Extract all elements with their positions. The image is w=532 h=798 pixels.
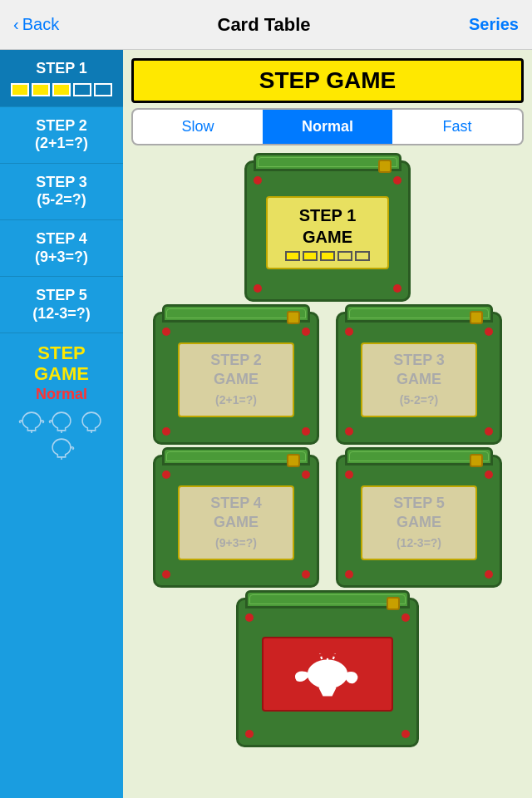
progress-cell-5 xyxy=(94,83,112,96)
gem3-br xyxy=(485,427,493,436)
progress-cell-4 xyxy=(73,83,91,96)
step5-card-label: STEP 5GAME(12-3=?) xyxy=(361,485,477,560)
lamp-white-icon xyxy=(290,645,365,703)
gem4-tl xyxy=(162,470,170,479)
svg-line-6 xyxy=(320,653,322,659)
series-button[interactable]: Series xyxy=(469,15,519,34)
lamp-gem-bl xyxy=(245,730,254,738)
step1-card-label: STEP 1GAME xyxy=(266,196,389,269)
gem5-bl xyxy=(345,570,353,579)
progress-cell-1 xyxy=(11,83,29,96)
app-header: ‹ Back Card Table Series xyxy=(0,0,532,50)
step3-card-label: STEP 3GAME(5-2=?) xyxy=(361,342,477,417)
progress-cell-3 xyxy=(52,83,71,96)
card-clasp-2 xyxy=(287,311,300,324)
lamp-card-lid xyxy=(245,590,410,608)
lamp-card-clasp xyxy=(387,597,400,610)
mini-cell-2 xyxy=(303,251,318,261)
card-clasp xyxy=(378,160,392,173)
gem-tl xyxy=(254,176,262,185)
step2-game-card[interactable]: STEP 2GAME(2+1=?) xyxy=(153,312,319,445)
gem3-tr xyxy=(485,328,493,336)
gem-bl xyxy=(254,284,262,293)
back-button[interactable]: ‹ Back xyxy=(13,15,59,34)
row-step2-step3: STEP 2GAME(2+1=?) STEP 3GAME(5-2=?) xyxy=(153,312,502,445)
step1-progress xyxy=(7,83,116,96)
main-layout: STEP 1 STEP 2 (2+1=?) STEP 3 (5-2=?) STE… xyxy=(0,50,532,798)
gem5-tl xyxy=(345,470,353,479)
speed-toggle: Slow Normal Fast xyxy=(131,108,524,145)
progress-cell-2 xyxy=(32,83,50,96)
page-title: Card Table xyxy=(218,14,311,36)
mini-cell-3 xyxy=(320,251,335,261)
step4-card-label: STEP 4GAME(9+3=?) xyxy=(178,485,294,560)
step1-label: STEP 1 xyxy=(7,60,116,78)
sidebar-item-step5[interactable]: STEP 5 (12-3=?) xyxy=(0,277,123,333)
lamp-chest-card[interactable] xyxy=(236,598,419,747)
svg-line-7 xyxy=(333,653,335,659)
step-game-label: STEPGAME xyxy=(7,343,116,383)
step4-game-card[interactable]: STEP 4GAME(9+3=?) xyxy=(153,455,319,588)
sidebar-item-step3[interactable]: STEP 3 (5-2=?) xyxy=(0,164,123,220)
mini-cell-5 xyxy=(355,251,370,261)
speed-slow-button[interactable]: Slow xyxy=(133,110,263,144)
step3-equation: (5-2=?) xyxy=(7,191,116,209)
step1-mini-progress xyxy=(274,251,381,261)
mini-cell-1 xyxy=(285,251,300,261)
gem2-tl xyxy=(162,328,170,336)
lamp-gem-br xyxy=(401,730,410,738)
step2-label: STEP 2 xyxy=(7,117,116,135)
gem2-br xyxy=(302,427,310,436)
step1-game-card[interactable]: STEP 1GAME xyxy=(244,160,411,302)
sidebar-item-step2[interactable]: STEP 2 (2+1=?) xyxy=(0,107,123,164)
lamp-icon-4 xyxy=(48,436,75,460)
gem5-tr xyxy=(485,470,493,479)
gem5-br xyxy=(485,570,493,579)
gem2-bl xyxy=(162,427,170,436)
row-step4-step5: STEP 4GAME(9+3=?) STEP 5GAME(12-3=?) xyxy=(153,455,502,588)
step5-label: STEP 5 xyxy=(7,287,116,305)
step4-equation: (9+3=?) xyxy=(7,249,116,267)
gem2-tr xyxy=(302,328,310,336)
speed-normal-button[interactable]: Normal xyxy=(263,110,392,144)
sidebar-item-step4[interactable]: STEP 4 (9+3=?) xyxy=(0,220,123,277)
lamp-icon-3 xyxy=(78,410,105,433)
cards-area: STEP 1GAME xyxy=(123,154,532,798)
lamp-gem-tl xyxy=(245,613,254,622)
svg-point-4 xyxy=(309,661,347,687)
step4-label: STEP 4 xyxy=(7,230,116,249)
step5-equation: (12-3=?) xyxy=(7,305,116,323)
step2-equation: (2+1=?) xyxy=(7,135,116,153)
back-label[interactable]: Back xyxy=(22,15,59,34)
sidebar-step-game[interactable]: STEPGAME Normal xyxy=(0,333,123,798)
gem4-bl xyxy=(162,570,170,579)
gem-br xyxy=(393,284,401,293)
step5-game-card[interactable]: STEP 5GAME(12-3=?) xyxy=(336,455,502,588)
step3-game-card[interactable]: STEP 3GAME(5-2=?) xyxy=(336,312,502,445)
gem4-br xyxy=(302,570,310,579)
step2-card-label: STEP 2GAME(2+1=?) xyxy=(178,342,294,417)
lamp-gem-tr xyxy=(401,613,410,622)
sidebar-item-step1[interactable]: STEP 1 xyxy=(0,50,123,107)
mini-cell-4 xyxy=(337,251,352,261)
card-clasp-4 xyxy=(287,454,300,467)
gem4-tr xyxy=(302,470,310,479)
step3-label: STEP 3 xyxy=(7,174,116,192)
speed-fast-button[interactable]: Fast xyxy=(392,110,522,144)
back-chevron-icon: ‹ xyxy=(13,15,19,34)
lamp-icons-area xyxy=(7,403,116,466)
step-game-mode: Normal xyxy=(7,386,116,403)
sidebar: STEP 1 STEP 2 (2+1=?) STEP 3 (5-2=?) STE… xyxy=(0,50,123,798)
gem-tr xyxy=(393,176,401,185)
step-game-banner: STEP GAME xyxy=(131,58,524,103)
lamp-icon-2 xyxy=(48,410,75,433)
content-area: STEP GAME Slow Normal Fast STEP 1GAME xyxy=(123,50,532,798)
gem3-bl xyxy=(345,427,353,436)
lamp-icon-1 xyxy=(18,410,45,433)
lamp-card-inner xyxy=(262,637,393,712)
card-clasp-3 xyxy=(470,311,483,324)
card-clasp-5 xyxy=(470,454,483,467)
gem3-tl xyxy=(345,328,353,336)
